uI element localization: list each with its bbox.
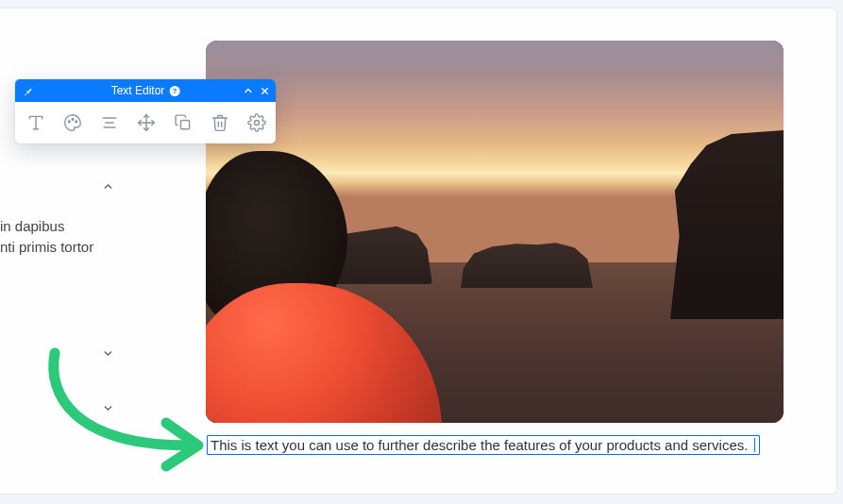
pin-icon[interactable] <box>23 86 33 96</box>
accordion-line-1: in dapibus <box>0 218 64 234</box>
duplicate-button[interactable] <box>172 111 194 134</box>
close-icon[interactable] <box>260 86 270 96</box>
accordion-line-2: nti primis tortor <box>0 239 93 255</box>
svg-point-6 <box>76 121 77 123</box>
chevron-down-icon[interactable] <box>102 401 114 418</box>
text-editor-toolbar: Text Editor ? <box>15 79 276 143</box>
accordion-body-text: in dapibus nti primis tortor <box>0 216 156 258</box>
delete-button[interactable] <box>209 111 231 134</box>
collapse-icon[interactable] <box>243 85 254 96</box>
svg-point-5 <box>72 118 74 120</box>
svg-rect-12 <box>181 121 190 129</box>
caption-text-editable[interactable]: This is text you can use to further desc… <box>207 435 760 455</box>
toolbar-title: Text Editor <box>111 84 165 97</box>
toolbar-header[interactable]: Text Editor ? <box>15 79 276 102</box>
align-button[interactable] <box>98 111 121 134</box>
person-shoulder <box>206 283 442 423</box>
toolbar-body <box>15 102 276 143</box>
foreground-person <box>206 151 423 423</box>
chevron-up-icon[interactable] <box>102 179 114 196</box>
chevron-down-icon[interactable] <box>102 346 114 363</box>
svg-point-13 <box>255 121 260 126</box>
hero-image <box>206 41 784 423</box>
format-button[interactable] <box>25 111 47 134</box>
color-button[interactable] <box>61 111 84 134</box>
svg-point-4 <box>68 121 70 123</box>
caption-text: This is text you can use to further desc… <box>211 437 748 453</box>
settings-button[interactable] <box>245 111 268 134</box>
help-badge-icon[interactable]: ? <box>169 86 179 96</box>
move-button[interactable] <box>135 111 158 134</box>
